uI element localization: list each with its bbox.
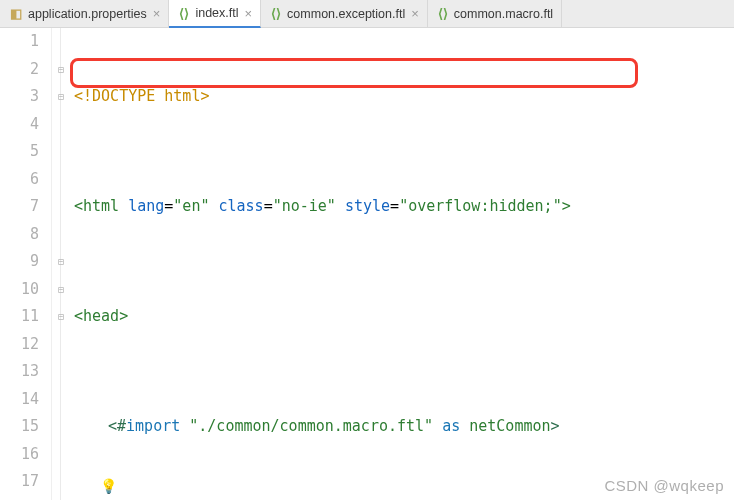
code-editor[interactable]: 1 2 3 4 5 6 7 8 9 10 11 12 13 14 15 16 1… [0, 28, 734, 500]
tab-common-exception-ftl[interactable]: ⟨⟩ common.exception.ftl × [261, 0, 428, 27]
code-area[interactable]: <!DOCTYPE html> <html lang="en" class="n… [70, 28, 734, 500]
line-number: 3 [0, 83, 39, 111]
line-number: 11 [0, 303, 39, 331]
editor-tab-bar: ◧ application.properties × ⟨⟩ index.ftl … [0, 0, 734, 28]
tab-label: index.ftl [195, 6, 238, 20]
close-icon[interactable]: × [153, 6, 161, 21]
ftl-file-icon: ⟨⟩ [271, 6, 281, 21]
line-number: 14 [0, 386, 39, 414]
line-number: 2 [0, 56, 39, 84]
line-number: 4 [0, 111, 39, 139]
fold-icon[interactable]: ⊟ [52, 83, 70, 111]
close-icon[interactable]: × [245, 6, 253, 21]
gutter: 1 2 3 4 5 6 7 8 9 10 11 12 13 14 15 16 1… [0, 28, 52, 500]
line-number: 9 [0, 248, 39, 276]
properties-file-icon: ◧ [10, 6, 22, 21]
line-number: 16 [0, 441, 39, 469]
lightbulb-icon[interactable]: 💡 [100, 478, 117, 494]
tab-common-macro-ftl[interactable]: ⟨⟩ common.macro.ftl [428, 0, 562, 27]
ftl-file-icon: ⟨⟩ [438, 6, 448, 21]
tab-index-ftl[interactable]: ⟨⟩ index.ftl × [169, 0, 261, 28]
fold-column: ⊟ ⊟ ⊟ ⊟ ⊟ [52, 28, 70, 500]
fold-icon[interactable]: ⊟ [52, 276, 70, 304]
ftl-file-icon: ⟨⟩ [179, 6, 189, 21]
line-number: 5 [0, 138, 39, 166]
line-number: 12 [0, 331, 39, 359]
fold-icon[interactable]: ⊟ [52, 248, 70, 276]
close-icon[interactable]: × [411, 6, 419, 21]
tab-label: common.exception.ftl [287, 7, 405, 21]
line-number: 10 [0, 276, 39, 304]
line-number: 7 [0, 193, 39, 221]
code-line: <head> [74, 303, 734, 331]
code-line: <html lang="en" class="no-ie" style="ove… [74, 193, 734, 221]
line-number: 17 [0, 468, 39, 496]
fold-icon[interactable] [52, 28, 70, 56]
tab-label: common.macro.ftl [454, 7, 553, 21]
code-line: <#import "./common/common.macro.ftl" as … [74, 413, 734, 441]
line-number: 13 [0, 358, 39, 386]
tab-label: application.properties [28, 7, 147, 21]
line-number: 1 [0, 28, 39, 56]
fold-icon[interactable]: ⊟ [52, 56, 70, 84]
fold-icon[interactable]: ⊟ [52, 303, 70, 331]
line-number: 6 [0, 166, 39, 194]
line-number: 8 [0, 221, 39, 249]
line-number: 15 [0, 413, 39, 441]
tab-application-properties[interactable]: ◧ application.properties × [0, 0, 169, 27]
code-line: <!DOCTYPE html> [74, 83, 734, 111]
